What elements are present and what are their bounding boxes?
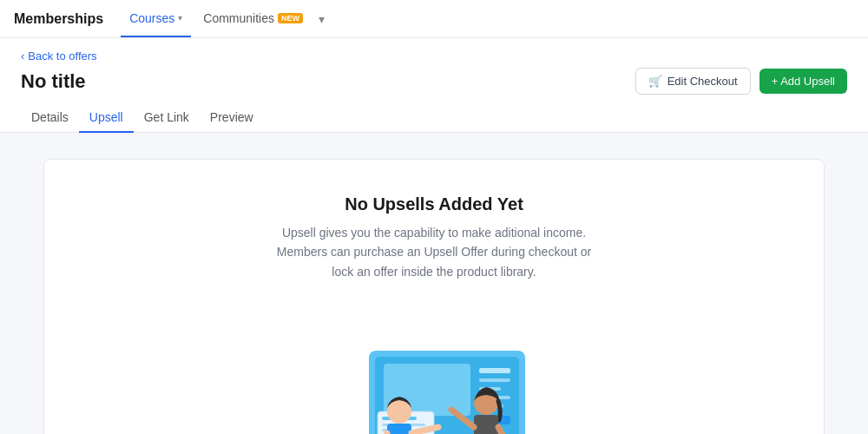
back-link-label: Back to offers: [28, 49, 96, 62]
edit-checkout-label: Edit Checkout: [667, 75, 738, 88]
nav-tab-communities-label: Communities: [203, 11, 274, 25]
nav-tabs: Courses ▾ Communities New ▾: [121, 0, 328, 37]
svg-rect-6: [479, 378, 510, 382]
nav-tab-courses-label: Courses: [129, 11, 174, 25]
nav-tab-courses[interactable]: Courses ▾: [121, 0, 191, 37]
sub-tab-details-label: Details: [31, 110, 69, 124]
edit-checkout-button[interactable]: 🛒 Edit Checkout: [635, 68, 751, 95]
main-content: No Upsells Added Yet Upsell gives you th…: [0, 133, 868, 434]
svg-rect-26: [474, 415, 498, 434]
sub-tab-details[interactable]: Details: [21, 103, 79, 133]
new-badge: New: [278, 13, 303, 23]
empty-state-illustration: [312, 299, 556, 434]
nav-more-button[interactable]: ▾: [315, 9, 328, 30]
header-actions: 🛒 Edit Checkout + Add Upsell: [635, 68, 847, 95]
back-chevron-icon: ‹: [21, 49, 24, 62]
sub-tabs: Details Upsell Get Link Preview: [21, 103, 847, 132]
back-link[interactable]: ‹ Back to offers: [21, 49, 97, 62]
svg-rect-5: [479, 368, 510, 373]
empty-state-description: Upsell gives you the capability to make …: [269, 223, 599, 281]
top-navigation: Memberships Courses ▾ Communities New ▾: [0, 0, 868, 38]
cart-icon: 🛒: [648, 75, 662, 88]
add-upsell-button[interactable]: + Add Upsell: [760, 69, 847, 94]
sub-tab-get-link[interactable]: Get Link: [134, 103, 200, 133]
page-header: ‹ Back to offers No title 🛒 Edit Checkou…: [0, 38, 868, 133]
sub-tab-upsell[interactable]: Upsell: [79, 103, 134, 133]
nav-tab-communities[interactable]: Communities New: [194, 0, 312, 37]
page-title-row: No title 🛒 Edit Checkout + Add Upsell: [21, 68, 847, 95]
sub-tab-upsell-label: Upsell: [89, 110, 123, 124]
sub-tab-get-link-label: Get Link: [144, 110, 189, 124]
svg-rect-18: [387, 424, 411, 434]
sub-tab-preview[interactable]: Preview: [200, 103, 264, 133]
page-title: No title: [21, 70, 86, 93]
chevron-down-icon: ▾: [178, 13, 182, 23]
sub-tab-preview-label: Preview: [210, 110, 253, 124]
add-upsell-label: + Add Upsell: [772, 75, 835, 88]
brand-logo: Memberships: [14, 11, 103, 27]
content-card: No Upsells Added Yet Upsell gives you th…: [43, 159, 825, 434]
empty-state-title: No Upsells Added Yet: [345, 194, 523, 214]
